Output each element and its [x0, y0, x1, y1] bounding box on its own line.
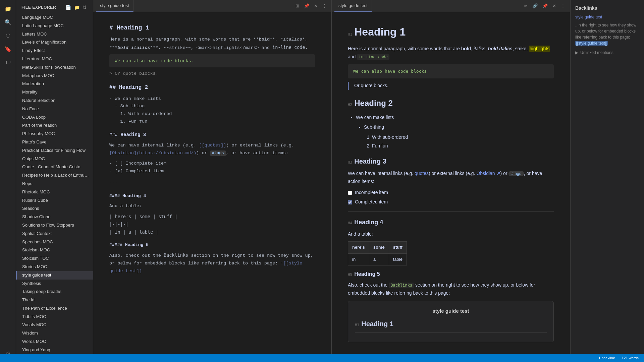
list-item[interactable]: Reps	[16, 180, 93, 188]
preview-quote: Or quote blocks.	[348, 82, 554, 90]
backlinks-count: 1 backlink	[598, 356, 615, 360]
list-item[interactable]: Levels of Magnification	[16, 38, 93, 47]
list-item[interactable]: Latin Language MOC	[16, 22, 93, 30]
list-item[interactable]: Stories MOC	[16, 263, 93, 271]
list-item[interactable]: Rubik's Cube	[16, 196, 93, 205]
file-explorer-header: File explorer 📄 📁 ⇅	[16, 0, 93, 13]
editor-quote: > Or quote blocks.	[109, 70, 315, 78]
list-item[interactable]: Plato's Cave	[16, 138, 93, 146]
list-item[interactable]: Rhetoric MOC	[16, 188, 93, 196]
files-icon[interactable]: 📁	[2, 3, 14, 15]
main-content: style guide test ⊞ 📌 ✕ ⋮ # Heading 1 Her…	[93, 0, 570, 362]
left-tab-bar: style guide test ⊞ 📌 ✕ ⋮	[93, 0, 331, 12]
backlinks-source[interactable]: style guide test	[575, 15, 639, 19]
list-item[interactable]: Moderation	[16, 80, 93, 88]
list-item[interactable]: OODA Loop	[16, 113, 93, 122]
list-item[interactable]: Stoicism MOC	[16, 246, 93, 254]
list-item[interactable]: Wisdom	[16, 329, 93, 338]
close-icon[interactable]: ✕	[550, 2, 558, 10]
pin-icon[interactable]: 📌	[302, 2, 311, 10]
right-pane-wrapper: style guide test ✏ 🔗 📌 ✕ ⋮ H1 Heading 1 …	[332, 0, 570, 362]
editor-list: - We can make lists - Sub-thing 1. With …	[109, 95, 315, 126]
list-item[interactable]: Lindy Effect	[16, 47, 93, 55]
right-tab[interactable]: style guide test	[334, 0, 372, 12]
list-item[interactable]: Spatial Context	[16, 230, 93, 238]
list-item[interactable]: Philosophy MOC	[16, 130, 93, 138]
list-item[interactable]: Recipes to Help a Lack of Enthusiasm	[16, 171, 93, 180]
edit-icon[interactable]: ✏	[522, 2, 530, 10]
list-item[interactable]: Tidbits MOC	[16, 313, 93, 321]
list-item[interactable]: Seasons	[16, 204, 93, 213]
list-item[interactable]: Vocals MOC	[16, 321, 93, 329]
list-item[interactable]: Speeches MOC	[16, 238, 93, 246]
file-explorer-header-icons: 📄 📁 ⇅	[65, 4, 88, 11]
list-item[interactable]: Metaphors MOC	[16, 72, 93, 80]
list-item[interactable]: Taking deep breaths	[16, 288, 93, 296]
editor-pane[interactable]: # Heading 1 Here is a normal paragraph, …	[93, 12, 331, 362]
more-icon[interactable]: ⋮	[320, 2, 329, 10]
list-item[interactable]: Letters MOC	[16, 30, 93, 39]
list-item[interactable]: Literature MOC	[16, 55, 93, 63]
external-link[interactable]: Obsidian ↗	[476, 171, 500, 176]
more-icon[interactable]: ⋮	[559, 2, 567, 10]
embedded-block: style guide test H1 Heading 1	[348, 301, 554, 342]
bookmark-icon[interactable]: 🔖	[2, 43, 14, 55]
list-item[interactable]: Stoicism TOC	[16, 254, 93, 263]
list-item[interactable]: Quips MOC	[16, 155, 93, 163]
list-item[interactable]: The Path of Excellence	[16, 304, 93, 313]
left-tab[interactable]: style guide test	[96, 0, 133, 12]
internal-link[interactable]: quotes	[415, 171, 429, 176]
new-folder-icon[interactable]: 📁	[73, 4, 81, 11]
editor-table-intro: And a table:	[109, 202, 315, 210]
list-item[interactable]: The Id	[16, 296, 93, 304]
editor-h3: ### Heading 3	[109, 131, 315, 139]
right-tab-label: style guide test	[338, 3, 368, 8]
list-item[interactable]: Meta-Skills for Flowcreation	[16, 63, 93, 72]
completed-checkbox[interactable]	[348, 200, 352, 204]
file-list: Language MOC Latin Language MOC Letters …	[16, 13, 93, 362]
list-item[interactable]: Synthesis	[16, 280, 93, 288]
tags-icon[interactable]: 🏷	[2, 56, 14, 68]
preview-pane[interactable]: H1 Heading 1 Here is a normal paragraph,…	[332, 12, 570, 362]
close-icon[interactable]: ✕	[312, 2, 320, 10]
completed-item: Completed item	[348, 198, 554, 206]
embedded-h1: H1 Heading 1	[355, 318, 547, 333]
pin-icon[interactable]: 📌	[540, 2, 550, 10]
list-item[interactable]: Practical Tactics for Finding Flow	[16, 146, 93, 155]
new-file-icon[interactable]: 📄	[65, 4, 72, 11]
preview-h1: H1 Heading 1	[348, 23, 554, 41]
backlinks-highlight: [[style guide test]]	[575, 41, 608, 46]
preview-p1: Here is a normal paragraph, with some wo…	[348, 45, 554, 61]
chevron-right-icon: ▶	[575, 50, 578, 55]
list-item[interactable]: No-Face	[16, 105, 93, 113]
tag-preview[interactable]: #tags	[508, 171, 524, 176]
link-icon[interactable]: 🔗	[530, 2, 540, 10]
incomplete-item: Incomplete item	[348, 189, 554, 197]
unlinked-mentions[interactable]: ▶ Unlinked mentions	[575, 50, 639, 55]
list-item[interactable]: Shadow Clone	[16, 213, 93, 221]
list-item[interactable]: Words MOC	[16, 338, 93, 346]
preview-p3: We can have internal links (e.g. quotes)…	[348, 170, 554, 186]
editor-h2: ## Heading 2	[109, 83, 315, 92]
list-item[interactable]: Solutions to Flow Stoppers	[16, 221, 93, 230]
list-item[interactable]: Natural Selection	[16, 97, 93, 105]
file-explorer-title: File explorer	[21, 5, 56, 10]
word-count: 121 words	[622, 356, 639, 360]
list-item[interactable]: Language MOC	[16, 13, 93, 22]
list-item-active[interactable]: style guide test	[16, 271, 93, 280]
layout-icon[interactable]: ⊞	[293, 2, 301, 10]
embedded-title: style guide test	[355, 307, 547, 315]
sidebar-icons: 📁 🔍 ⬡ 🔖 🏷 ⚙	[0, 0, 16, 362]
left-pane-wrapper: style guide test ⊞ 📌 ✕ ⋮ # Heading 1 Her…	[93, 0, 332, 362]
list-item[interactable]: Morality	[16, 88, 93, 97]
incomplete-checkbox[interactable]	[348, 191, 352, 195]
graph-icon[interactable]: ⬡	[2, 29, 14, 42]
editor-h5: ##### Heading 5	[109, 241, 315, 249]
list-item[interactable]: Quote - Count of Monte Cristo	[16, 163, 93, 171]
search-icon[interactable]: 🔍	[2, 16, 14, 28]
backlinks-excerpt: ...n the right to see how they show up, …	[575, 22, 639, 46]
sort-icon[interactable]: ⇅	[82, 4, 88, 11]
list-item[interactable]: Ying and Yang	[16, 346, 93, 354]
preview-p5: Also, check out the Backlinks section on…	[348, 281, 554, 297]
list-item[interactable]: Part of the reason	[16, 121, 93, 130]
